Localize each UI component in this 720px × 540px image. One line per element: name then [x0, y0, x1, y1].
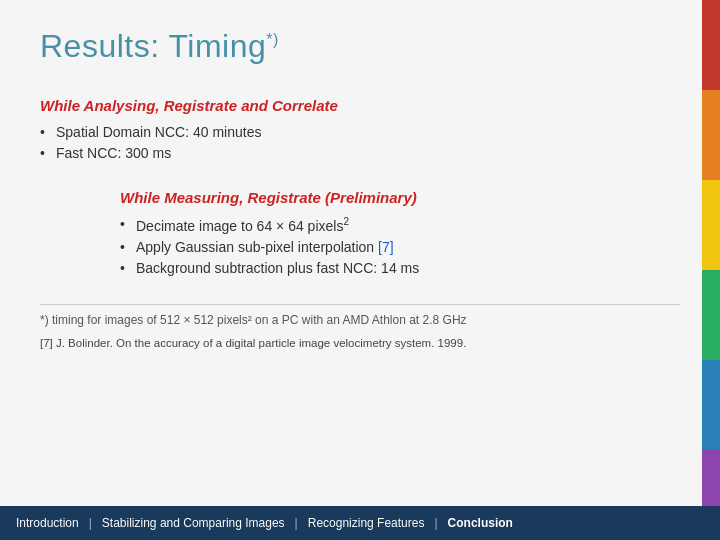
color-segment-3: [702, 180, 720, 270]
nav-separator-3: |: [434, 516, 437, 530]
nav-item-recognizing[interactable]: Recognizing Features: [308, 516, 425, 530]
color-segment-2: [702, 90, 720, 180]
footnote-section: *) timing for images of 512 × 512 pixels…: [40, 304, 680, 349]
section2-bullet-1: Decimate image to 64 × 64 pixels2: [120, 216, 680, 234]
color-segment-4: [702, 270, 720, 360]
nav-item-introduction[interactable]: Introduction: [16, 516, 79, 530]
section1-bullet-2: Fast NCC: 300 ms: [40, 145, 680, 161]
color-bar: [702, 0, 720, 540]
color-segment-1: [702, 0, 720, 90]
section1-block: While Analysing, Registrate and Correlat…: [40, 97, 680, 161]
section2-block: While Measuring, Registrate (Preliminary…: [120, 189, 680, 276]
main-content: Results: Timing*) While Analysing, Regis…: [0, 0, 720, 484]
title-text: Results: Timing: [40, 28, 266, 64]
page-title: Results: Timing*): [40, 28, 680, 65]
nav-separator-1: |: [89, 516, 92, 530]
bottom-nav: Introduction | Stabilizing and Comparing…: [0, 506, 720, 540]
nav-separator-2: |: [295, 516, 298, 530]
section2-bullet-2: Apply Gaussian sub-pixel interpolation […: [120, 239, 680, 255]
section1-list: Spatial Domain NCC: 40 minutes Fast NCC:…: [40, 124, 680, 161]
section2-list: Decimate image to 64 × 64 pixels2 Apply …: [120, 216, 680, 276]
nav-item-stabilizing[interactable]: Stabilizing and Comparing Images: [102, 516, 285, 530]
title-superscript: *): [266, 31, 279, 48]
section2-bullet-3: Background subtraction plus fast NCC: 14…: [120, 260, 680, 276]
reference-text: [7] J. Bolinder. On the accuracy of a di…: [40, 337, 680, 349]
section1-heading: While Analysing, Registrate and Correlat…: [40, 97, 680, 114]
footnote-text: *) timing for images of 512 × 512 pixels…: [40, 313, 680, 327]
section2-heading: While Measuring, Registrate (Preliminary…: [120, 189, 680, 206]
color-segment-5: [702, 360, 720, 450]
nav-item-conclusion[interactable]: Conclusion: [448, 516, 513, 530]
section1-bullet-1: Spatial Domain NCC: 40 minutes: [40, 124, 680, 140]
